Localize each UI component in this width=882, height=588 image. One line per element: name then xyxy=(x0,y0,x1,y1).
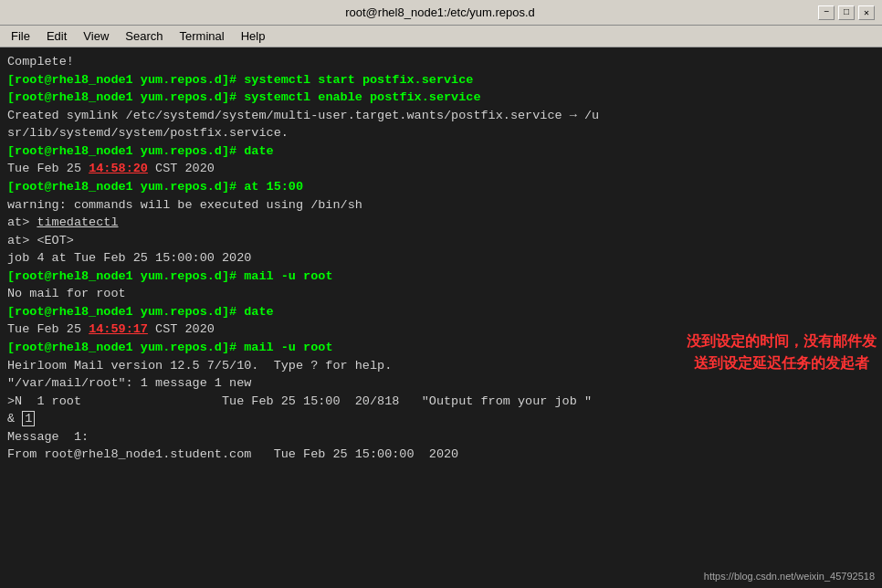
menubar: File Edit View Search Terminal Help xyxy=(0,26,882,47)
window-title: root@rhel8_node1:/etc/yum.repos.d xyxy=(62,5,818,19)
line-message1: Message 1: xyxy=(7,428,875,446)
line-timedatectl: at> timedatectl xyxy=(7,214,875,232)
line-amp-1: & 1 xyxy=(7,410,875,428)
line-from: From root@rhel8_node1.student.com Tue Fe… xyxy=(7,446,875,464)
watermark: https://blog.csdn.net/weixin_45792518 xyxy=(704,570,875,584)
line-mail-u-root1-cmd: [root@rhel8_node1 yum.repos.d]# mail -u … xyxy=(7,268,875,286)
line-job: job 4 at Tue Feb 25 15:00:00 2020 xyxy=(7,249,875,268)
titlebar: root@rhel8_node1:/etc/yum.repos.d − □ ✕ xyxy=(0,0,882,26)
line-var-mail: "/var/mail/root": 1 message 1 new xyxy=(7,374,875,393)
line-systemctl-start: [root@rhel8_node1 yum.repos.d]# systemct… xyxy=(7,71,875,89)
line-eot: at> <EOT> xyxy=(7,232,875,250)
restore-button[interactable]: □ xyxy=(838,5,855,20)
menu-search[interactable]: Search xyxy=(118,27,170,45)
line-systemctl-enable: [root@rhel8_node1 yum.repos.d]# systemct… xyxy=(7,89,875,107)
menu-edit[interactable]: Edit xyxy=(39,27,74,45)
line-symlink2: sr/lib/systemd/system/postfix.service. xyxy=(7,124,875,142)
line-date1-cmd: [root@rhel8_node1 yum.repos.d]# date xyxy=(7,142,875,161)
menu-terminal[interactable]: Terminal xyxy=(173,27,232,45)
menu-help[interactable]: Help xyxy=(234,27,273,45)
terminal-output: Complete! [root@rhel8_node1 yum.repos.d]… xyxy=(0,47,882,588)
line-date2-cmd: [root@rhel8_node1 yum.repos.d]# date xyxy=(7,303,875,321)
line-symlink: Created symlink /etc/systemd/system/mult… xyxy=(7,107,875,125)
line-date2-result: Tue Feb 25 14:59:17 CST 2020 xyxy=(7,320,875,339)
line-at-cmd: [root@rhel8_node1 yum.repos.d]# at 15:00 xyxy=(7,178,875,196)
menu-view[interactable]: View xyxy=(76,27,116,45)
menu-file[interactable]: File xyxy=(4,27,37,45)
line-date1-result: Tue Feb 25 14:58:20 CST 2020 xyxy=(7,160,875,178)
close-button[interactable]: ✕ xyxy=(858,5,875,20)
line-heirloom: Heirloom Mail version 12.5 7/5/10. Type … xyxy=(7,357,875,375)
minimize-button[interactable]: − xyxy=(818,5,835,20)
line-no-mail: No mail for root xyxy=(7,285,875,303)
line-complete: Complete! xyxy=(7,53,875,71)
line-mail-u-root2-cmd: [root@rhel8_node1 yum.repos.d]# mail -u … xyxy=(7,339,875,357)
window-controls: − □ ✕ xyxy=(818,5,875,20)
line-mail-list: >N 1 root Tue Feb 25 15:00 20/818 "Outpu… xyxy=(7,393,875,411)
line-warning: warning: commands will be executed using… xyxy=(7,196,875,215)
